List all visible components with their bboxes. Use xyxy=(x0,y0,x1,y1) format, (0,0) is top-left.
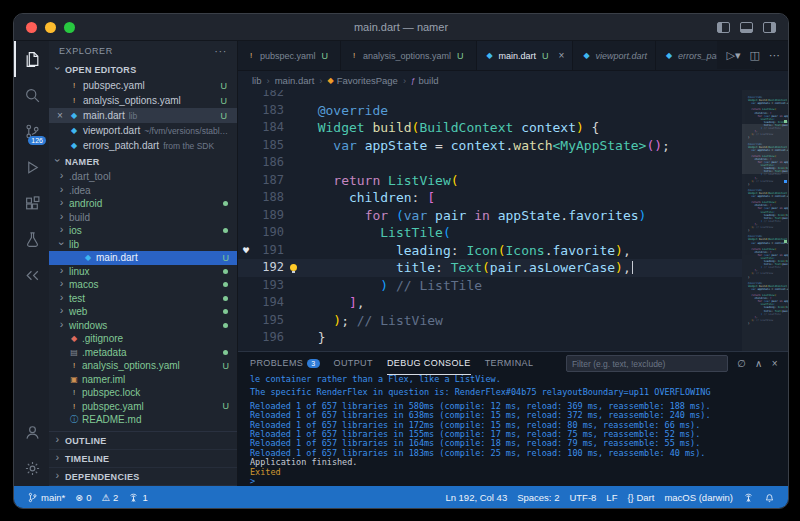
tree-item-macos[interactable]: ›macos xyxy=(49,278,237,292)
status-os[interactable]: macOS (darwin) xyxy=(659,486,738,508)
tree-item-windows[interactable]: ›windows xyxy=(49,319,237,333)
open-editor-main.dart[interactable]: ×◆main.dartlibU xyxy=(49,108,237,123)
tree-item-.dart_tool[interactable]: ›.dart_tool xyxy=(49,170,237,184)
close-panel-icon[interactable]: × xyxy=(772,358,778,369)
tab-viewport.dart[interactable]: ◆viewport.dart xyxy=(573,41,656,70)
line-number[interactable]: 185 xyxy=(254,137,284,155)
tab-pubspec.yaml[interactable]: !pubspec.yamlU xyxy=(238,41,341,70)
breadcrumb-item-FavoritesPage[interactable]: ◆FavoritesPage xyxy=(327,75,397,86)
search-icon[interactable] xyxy=(14,77,49,113)
extensions-icon[interactable] xyxy=(14,185,49,221)
toggle-sidebar-icon[interactable] xyxy=(717,22,730,33)
section-timeline[interactable]: ›TIMELINE xyxy=(49,450,237,468)
line-number[interactable]: 184 xyxy=(254,119,284,137)
tree-item-linux[interactable]: ›linux xyxy=(49,265,237,279)
tree-item-pubspec.yaml[interactable]: !pubspec.yamlU xyxy=(49,400,237,414)
code-line-189[interactable]: 189 for (var pair in appState.favorites) xyxy=(238,207,742,225)
panel-tab-output[interactable]: OUTPUT xyxy=(334,352,373,375)
line-number[interactable]: 195 xyxy=(254,312,284,330)
line-number[interactable]: 186 xyxy=(254,154,284,172)
line-number[interactable]: 190 xyxy=(254,224,284,242)
open-editor-analysis_options.yaml[interactable]: !analysis_options.yamlU xyxy=(49,93,237,108)
status-ports[interactable]: 1 xyxy=(123,486,152,508)
tree-item-test[interactable]: ›test xyxy=(49,292,237,306)
folder-chevron-icon[interactable]: › xyxy=(56,239,67,248)
folder-chevron-icon[interactable]: › xyxy=(57,319,66,330)
run-debug-icon[interactable] xyxy=(14,149,49,185)
line-number[interactable]: 187 xyxy=(254,172,284,190)
status-eol[interactable]: LF xyxy=(601,486,622,508)
code-line-186[interactable]: 186 xyxy=(238,154,742,172)
line-number[interactable]: 183 xyxy=(254,102,284,120)
line-number[interactable]: 188 xyxy=(254,189,284,207)
folder-chevron-icon[interactable]: › xyxy=(57,278,66,289)
code-line-190[interactable]: 190 ListTile( xyxy=(238,224,742,242)
tree-item-.gitignore[interactable]: ◆.gitignore xyxy=(49,332,237,346)
line-number[interactable]: 189 xyxy=(254,207,284,225)
folder-chevron-icon[interactable]: › xyxy=(57,305,66,316)
code-line-196[interactable]: 196 } xyxy=(238,329,742,347)
code-line-183[interactable]: 183 @override xyxy=(238,102,742,120)
tree-item-README.md[interactable]: ⓘREADME.md xyxy=(49,413,237,427)
code-line-185[interactable]: 185 var appState = context.watch<MyAppSt… xyxy=(238,137,742,155)
status-cursor-position[interactable]: Ln 192, Col 43 xyxy=(440,486,512,508)
status-notifications[interactable] xyxy=(759,486,780,508)
close-editor-icon[interactable]: × xyxy=(55,110,65,121)
status-errors[interactable]: ⊗0 xyxy=(70,486,96,508)
console-filter-input[interactable] xyxy=(566,355,728,372)
breadcrumb-item-build[interactable]: ƒbuild xyxy=(411,75,439,86)
line-number[interactable]: 191 xyxy=(254,242,284,260)
open-editor-errors_patch.dart[interactable]: ◆errors_patch.dartfrom the SDK xyxy=(49,138,237,153)
code-line-193[interactable]: 193 ) // ListTile xyxy=(238,277,742,295)
line-number[interactable]: 193 xyxy=(254,277,284,295)
tree-item-android[interactable]: ›android xyxy=(49,197,237,211)
maximize-panel-icon[interactable]: ∧ xyxy=(755,358,763,369)
explorer-more-actions-icon[interactable]: ··· xyxy=(214,45,227,57)
run-menu-icon[interactable]: ▷▾ xyxy=(727,49,741,62)
tree-item-main.dart[interactable]: ◆main.dartU xyxy=(49,251,237,265)
toggle-panel-icon[interactable] xyxy=(740,22,753,33)
source-control-icon[interactable]: 126 xyxy=(14,113,49,149)
line-number[interactable]: 196 xyxy=(254,329,284,347)
folder-chevron-icon[interactable]: › xyxy=(57,224,66,235)
close-window-button[interactable] xyxy=(26,22,37,33)
zoom-window-button[interactable] xyxy=(64,22,75,33)
panel-tab-problems[interactable]: PROBLEMS3 xyxy=(250,352,320,375)
debug-console-output[interactable]: le container rather than a Flex, like a … xyxy=(238,373,788,486)
testing-icon[interactable] xyxy=(14,221,49,257)
code-line-195[interactable]: 195 ); // ListView xyxy=(238,312,742,330)
code-line-194[interactable]: 194 ], xyxy=(238,294,742,312)
code-line-192[interactable]: 192 title: Text(pair.asLowerCase), xyxy=(238,259,742,277)
section-outline[interactable]: ›OUTLINE xyxy=(49,432,237,450)
folder-chevron-icon[interactable]: › xyxy=(57,197,66,208)
tree-item-lib[interactable]: ›lib xyxy=(49,238,237,252)
code-line-191[interactable]: ♥191 leading: Icon(Icons.favorite), xyxy=(238,242,742,260)
code-line-184[interactable]: 184 Widget build(BuildContext context) { xyxy=(238,119,742,137)
code-area[interactable]: 182183 @override184 Widget build(BuildCo… xyxy=(238,90,742,351)
flutter-inspector-icon[interactable] xyxy=(14,257,49,293)
tree-item-analysis_options.yaml[interactable]: !analysis_options.yamlU xyxy=(49,359,237,373)
status-branch[interactable]: main* xyxy=(22,486,70,508)
folder-chevron-icon[interactable]: › xyxy=(57,170,66,181)
code-line-188[interactable]: 188 children: [ xyxy=(238,189,742,207)
clear-console-icon[interactable]: ∅ xyxy=(737,358,746,369)
open-editor-pubspec.yaml[interactable]: !pubspec.yamlU xyxy=(49,78,237,93)
panel-tab-debug-console[interactable]: DEBUG CONSOLE xyxy=(387,352,471,375)
minimap-slider[interactable] xyxy=(742,124,788,174)
tree-item-namer.iml[interactable]: ▣namer.iml xyxy=(49,373,237,387)
tree-item-web[interactable]: ›web xyxy=(49,305,237,319)
line-number[interactable]: 192 xyxy=(254,259,284,277)
tab-analysis_options.yaml[interactable]: !analysis_options.yamlU xyxy=(341,41,477,70)
line-number[interactable]: 182 xyxy=(254,90,284,102)
toggle-secondary-sidebar-icon[interactable] xyxy=(763,22,776,33)
split-editor-icon[interactable]: ◫ xyxy=(750,49,760,62)
status-indentation[interactable]: Spaces: 2 xyxy=(512,486,564,508)
status-warnings[interactable]: ⚠2 xyxy=(97,486,124,508)
breadcrumb-item-main.dart[interactable]: main.dart xyxy=(275,75,315,86)
tab-main.dart[interactable]: ◆main.dartU× xyxy=(477,41,574,70)
tree-item-.idea[interactable]: ›.idea xyxy=(49,184,237,198)
accounts-icon[interactable] xyxy=(14,414,49,450)
code-line-187[interactable]: 187 return ListView( xyxy=(238,172,742,190)
minimap[interactable]: @override Widget build(BuildContext cont… xyxy=(742,90,788,351)
open-editors-header[interactable]: › OPEN EDITORS xyxy=(49,61,237,78)
